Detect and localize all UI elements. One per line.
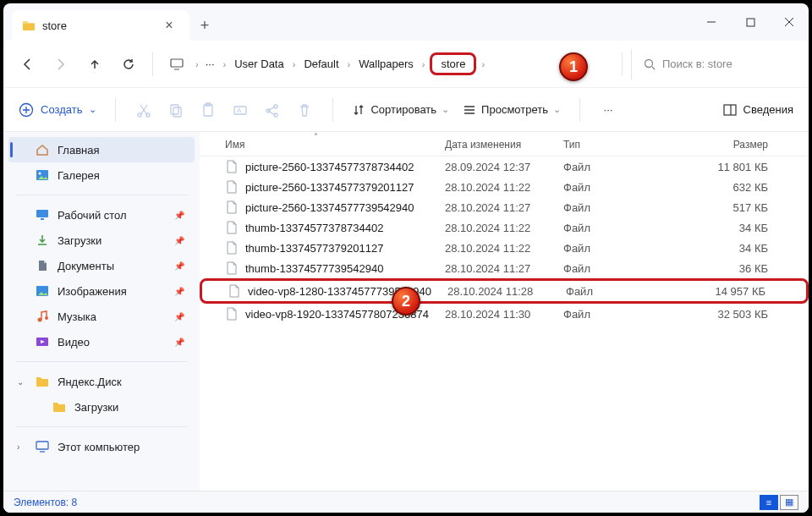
svg-rect-30 xyxy=(41,218,44,220)
forward-button[interactable] xyxy=(46,49,76,80)
svg-point-11 xyxy=(138,113,141,117)
svg-point-21 xyxy=(274,113,277,117)
svg-point-34 xyxy=(45,316,48,320)
svg-rect-4 xyxy=(171,59,183,67)
table-row[interactable]: picture-2560-1337457737920112728.10.2024… xyxy=(200,177,809,197)
back-button[interactable] xyxy=(12,49,42,80)
new-tab-button[interactable]: + xyxy=(189,10,220,41)
copy-button[interactable] xyxy=(167,101,185,119)
sort-asc-icon: ˄ xyxy=(314,132,318,141)
close-window-button[interactable] xyxy=(770,7,809,37)
svg-text:A: A xyxy=(237,107,242,114)
file-type: Файл xyxy=(563,222,665,234)
close-tab-button[interactable]: × xyxy=(159,18,179,33)
svg-point-28 xyxy=(39,173,41,175)
file-name: picture-2560-13374577378734402 xyxy=(245,161,414,173)
folder-icon xyxy=(36,375,49,388)
sidebar-item-thispc[interactable]: › Этот компьютер xyxy=(3,434,200,459)
plus-circle-icon xyxy=(19,102,34,118)
file-size: 34 КБ xyxy=(665,242,800,255)
documents-icon xyxy=(36,259,49,272)
svg-point-6 xyxy=(645,59,653,67)
chevron-right-icon: › xyxy=(17,442,19,452)
file-date: 28.10.2024 11:27 xyxy=(445,201,563,214)
breadcrumb-item[interactable]: Default xyxy=(300,55,342,73)
view-grid-icon[interactable]: ▦ xyxy=(780,495,798,510)
sidebar-item-videos[interactable]: Видео📌 xyxy=(3,329,200,354)
file-type: Файл xyxy=(563,181,665,194)
table-row[interactable]: video-vp8-1920-1337457780723687428.10.20… xyxy=(200,304,809,324)
search-box[interactable]: Поиск в: store xyxy=(631,49,800,80)
file-name: picture-2560-13374577739542940 xyxy=(245,201,414,214)
minimize-button[interactable] xyxy=(692,7,731,37)
svg-rect-25 xyxy=(724,105,736,115)
more-button[interactable]: ··· xyxy=(599,101,617,119)
file-size: 632 КБ xyxy=(665,181,800,194)
cut-button[interactable] xyxy=(134,101,153,119)
thispc-icon[interactable] xyxy=(162,49,192,80)
file-type: Файл xyxy=(563,242,665,255)
sort-button[interactable]: Сортировать⌄ xyxy=(352,103,449,117)
svg-line-7 xyxy=(652,67,655,69)
window-tab[interactable]: store × xyxy=(12,10,189,41)
file-date: 28.10.2024 11:27 xyxy=(445,262,563,275)
share-button[interactable] xyxy=(263,101,282,119)
sidebar-item-downloads[interactable]: Загрузки📌 xyxy=(3,228,200,253)
file-name: thumb-13374577378734402 xyxy=(245,222,383,234)
svg-point-20 xyxy=(274,105,277,108)
titlebar: store × + xyxy=(3,3,809,41)
file-type: Файл xyxy=(563,201,665,214)
file-date: 28.10.2024 11:28 xyxy=(447,285,566,298)
breadcrumb-current[interactable]: store xyxy=(430,52,476,75)
file-type: Файл xyxy=(563,262,665,275)
column-headers[interactable]: ˄Имя Дата изменения Тип Размер xyxy=(200,132,809,156)
sidebar-item-music[interactable]: Музыка📌 xyxy=(3,304,200,329)
table-row[interactable]: picture-2560-1337457773954294028.10.2024… xyxy=(200,197,809,217)
sidebar-item-gallery[interactable]: Галерея xyxy=(3,162,200,188)
callout-1: 1 xyxy=(559,52,588,81)
table-row[interactable]: thumb-1337457737873440228.10.2024 11:22Ф… xyxy=(200,217,809,238)
up-button[interactable] xyxy=(80,49,110,80)
create-label: Создать xyxy=(41,103,82,116)
refresh-button[interactable] xyxy=(113,49,144,80)
create-button[interactable]: Создать ⌄ xyxy=(19,102,96,118)
details-icon xyxy=(723,103,737,117)
sidebar-item-documents[interactable]: Документы📌 xyxy=(3,253,200,278)
paste-button[interactable] xyxy=(199,101,217,119)
folder-icon xyxy=(52,400,66,414)
video-icon xyxy=(36,335,49,349)
breadcrumb-item[interactable]: User Data xyxy=(231,55,288,73)
status-bar: Элементов: 8 ≡ ▦ xyxy=(3,491,809,513)
file-date: 28.09.2024 12:37 xyxy=(445,161,563,173)
breadcrumb-overflow[interactable]: ··· xyxy=(202,55,218,73)
sidebar-item-yadisk-downloads[interactable]: Загрузки xyxy=(3,394,200,420)
table-row[interactable]: video-vp8-1280-1337457773954294028.10.20… xyxy=(200,278,809,304)
sidebar-item-pictures[interactable]: Изображения📌 xyxy=(3,278,200,304)
file-size: 517 КБ xyxy=(665,201,800,214)
table-row[interactable]: picture-2560-1337457737873440228.09.2024… xyxy=(200,156,809,177)
sidebar-item-yadisk[interactable]: ⌄ Яндекс.Диск xyxy=(3,369,200,394)
maximize-button[interactable] xyxy=(731,7,770,37)
table-row[interactable]: thumb-1337457773954294028.10.2024 11:27Ф… xyxy=(200,258,809,278)
file-date: 28.10.2024 11:22 xyxy=(445,181,563,194)
chevron-down-icon: ⌄ xyxy=(17,377,24,387)
view-mode-switch[interactable]: ≡ ▦ xyxy=(760,495,798,510)
view-button[interactable]: Просмотреть⌄ xyxy=(463,103,561,117)
file-size: 34 КБ xyxy=(665,222,800,234)
delete-button[interactable] xyxy=(295,101,314,119)
item-count: Элементов: 8 xyxy=(14,497,77,508)
table-row[interactable]: thumb-1337457737920112728.10.2024 11:22Ф… xyxy=(200,238,809,258)
view-details-icon[interactable]: ≡ xyxy=(760,495,778,510)
folder-icon xyxy=(22,19,36,32)
details-pane-button[interactable]: Сведения xyxy=(723,103,793,117)
sidebar-item-desktop[interactable]: Рабочий стол📌 xyxy=(3,202,200,228)
breadcrumb-item[interactable]: Wallpapers xyxy=(355,55,417,73)
file-type: Файл xyxy=(563,308,665,321)
svg-rect-14 xyxy=(173,107,181,117)
sidebar-item-home[interactable]: Главная xyxy=(8,137,195,162)
rename-button[interactable]: A xyxy=(231,101,250,119)
svg-point-12 xyxy=(146,113,150,117)
sidebar: Главная Галерея Рабочий стол📌 Загрузки📌 … xyxy=(3,132,200,491)
tab-title: store xyxy=(42,19,67,32)
breadcrumb[interactable]: ··· › User Data › Default › Wallpapers ›… xyxy=(202,52,613,75)
